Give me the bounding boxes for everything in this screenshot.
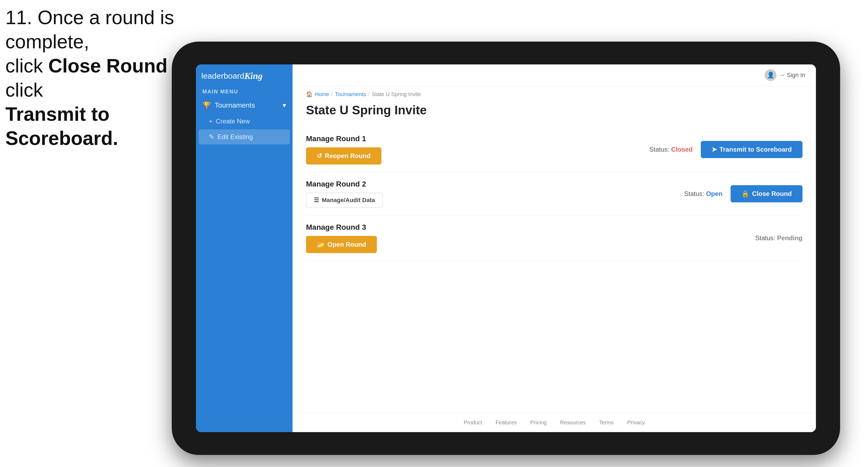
round-3-section: Manage Round 3 📂 Open Round Status: Pend… [306, 216, 803, 261]
footer-product[interactable]: Product [464, 419, 482, 426]
transmit-scoreboard-button[interactable]: ➤ Transmit to Scoreboard [701, 141, 803, 158]
transmit-scoreboard-label: Transmit to Scoreboard [720, 146, 792, 153]
round-2-title: Manage Round 2 [306, 180, 383, 188]
lock-icon: 🔒 [741, 190, 749, 197]
main-content: 👤 → Sign In 🏠 Home / Tournaments / State… [292, 64, 816, 432]
app-layout: leaderboard King MAIN MENU 🏆 Tournaments… [196, 64, 816, 432]
round-3-status: Status: Pending [755, 234, 803, 242]
audit-icon: ☰ [314, 197, 319, 204]
breadcrumb-current: State U Spring Invite [372, 91, 421, 97]
round-3-status-value: Pending [777, 234, 803, 242]
home-icon: 🏠 [306, 91, 313, 97]
edit-icon: ✎ [209, 133, 214, 141]
footer-privacy[interactable]: Privacy [627, 419, 645, 426]
reopen-icon: ↺ [317, 152, 322, 160]
edit-existing-label: Edit Existing [217, 133, 253, 141]
round-3-title: Manage Round 3 [306, 223, 377, 231]
tablet-shell: leaderboard King MAIN MENU 🏆 Tournaments… [172, 41, 840, 455]
sidebar-create-new[interactable]: + Create New [196, 114, 292, 129]
close-round-button[interactable]: 🔒 Close Round [731, 185, 803, 203]
logo-king-text: King [244, 71, 262, 81]
breadcrumb-tournaments[interactable]: Tournaments [335, 91, 366, 97]
round-2-status: Status: Open [684, 190, 722, 197]
close-round-label: Close Round [752, 190, 792, 197]
breadcrumb-sep-2: / [368, 91, 370, 97]
plus-icon: + [209, 118, 213, 125]
create-new-label: Create New [216, 118, 250, 125]
sidebar-item-tournaments[interactable]: 🏆 Tournaments ▾ [196, 97, 292, 114]
trophy-icon: 🏆 [203, 101, 211, 110]
breadcrumb-home[interactable]: Home [315, 91, 329, 97]
top-bar: 👤 → Sign In [292, 64, 816, 86]
reopen-round-label: Reopen Round [325, 152, 371, 160]
footer: Product Features Pricing Resources Terms… [292, 413, 816, 432]
logo: leaderboard King [201, 71, 287, 81]
round-2-status-value: Open [706, 190, 722, 197]
sidebar: leaderboard King MAIN MENU 🏆 Tournaments… [196, 64, 292, 432]
round-1-section: Manage Round 1 ↺ Reopen Round Status: Cl… [306, 127, 803, 172]
open-round-label: Open Round [328, 241, 366, 248]
user-icon: 👤 [767, 72, 774, 79]
footer-pricing[interactable]: Pricing [530, 419, 547, 426]
sidebar-menu-label: MAIN MENU [196, 85, 292, 97]
footer-resources[interactable]: Resources [560, 419, 586, 426]
manage-audit-label: Manage/Audit Data [322, 197, 375, 204]
avatar: 👤 [765, 69, 776, 81]
sign-in-button[interactable]: 👤 → Sign In [765, 69, 805, 81]
chevron-down-icon: ▾ [283, 101, 286, 110]
logo-leaderboard-text: leaderboard [201, 71, 244, 81]
sidebar-tournaments-label: Tournaments [215, 101, 255, 110]
round-2-section: Manage Round 2 ☰ Manage/Audit Data Statu… [306, 172, 803, 216]
transmit-icon: ➤ [712, 146, 717, 153]
breadcrumb: 🏠 Home / Tournaments / State U Spring In… [292, 86, 816, 97]
bold-transmit: Transmit to Scoreboard. [5, 103, 118, 149]
round-1-status: Status: Closed [649, 146, 692, 153]
open-round-button[interactable]: 📂 Open Round [306, 236, 377, 253]
manage-audit-button[interactable]: ☰ Manage/Audit Data [306, 193, 383, 208]
breadcrumb-sep-1: / [331, 91, 333, 97]
footer-features[interactable]: Features [496, 419, 517, 426]
footer-terms[interactable]: Terms [599, 419, 614, 426]
sign-in-label: → Sign In [779, 72, 805, 79]
sidebar-edit-existing[interactable]: ✎ Edit Existing [198, 129, 290, 145]
reopen-round-button[interactable]: ↺ Reopen Round [306, 147, 381, 164]
tablet-screen: leaderboard King MAIN MENU 🏆 Tournaments… [196, 64, 816, 432]
bold-close-round: Close Round [48, 55, 167, 76]
logo-container: leaderboard King [196, 64, 292, 85]
round-1-status-value: Closed [671, 146, 693, 153]
page-content: State U Spring Invite Manage Round 1 ↺ R… [292, 97, 816, 413]
page-title: State U Spring Invite [306, 103, 803, 117]
open-icon: 📂 [317, 241, 325, 248]
round-1-title: Manage Round 1 [306, 134, 381, 143]
